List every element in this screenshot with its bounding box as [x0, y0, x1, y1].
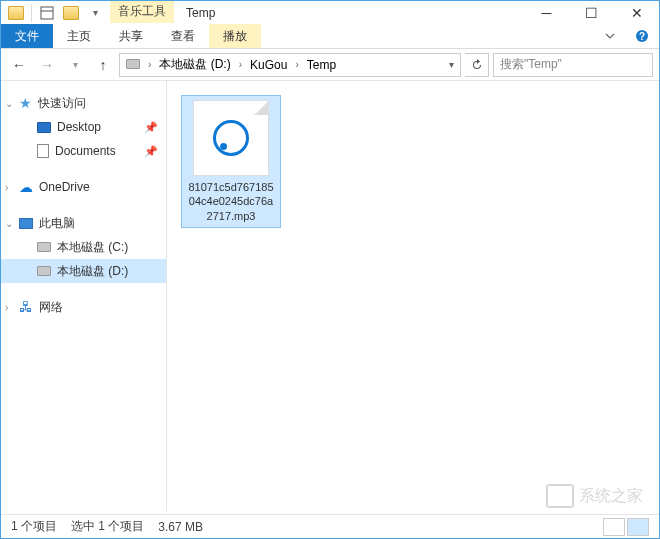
maximize-button[interactable]: ☐: [569, 1, 614, 24]
sidebar-item-label: Documents: [55, 144, 116, 158]
sidebar-item-label: 此电脑: [39, 215, 75, 232]
sidebar-item-label: Desktop: [57, 120, 101, 134]
navigation-pane: ⌄★快速访问 Desktop📌 Documents📌 ›☁OneDrive ⌄此…: [1, 81, 167, 511]
forward-button[interactable]: →: [35, 53, 59, 77]
sidebar-network[interactable]: ›🖧网络: [1, 295, 166, 319]
divider: [31, 4, 32, 22]
desktop-icon: [37, 122, 51, 133]
titlebar: ▾ 音乐工具 Temp ─ ☐ ✕: [1, 1, 659, 24]
sidebar-onedrive[interactable]: ›☁OneDrive: [1, 175, 166, 199]
address-bar: ← → ▾ ↑ › 本地磁盘 (D:) › KuGou › Temp ▾ 搜索"…: [1, 49, 659, 81]
expand-ribbon-icon[interactable]: [595, 24, 625, 48]
context-tab-label: 音乐工具: [110, 0, 174, 25]
close-button[interactable]: ✕: [614, 1, 659, 24]
content-pane[interactable]: 81071c5d76718504c4e0245dc76a2717.mp3: [167, 81, 659, 511]
status-bar: 1 个项目 选中 1 个项目 3.67 MB: [1, 514, 659, 538]
window-controls: ─ ☐ ✕: [524, 1, 659, 24]
tab-home[interactable]: 主页: [53, 24, 105, 48]
onedrive-icon: ☁: [19, 179, 33, 195]
minimize-button[interactable]: ─: [524, 1, 569, 24]
document-icon: [37, 144, 49, 158]
folder-icon[interactable]: [5, 2, 27, 24]
recent-dropdown-icon[interactable]: ▾: [63, 53, 87, 77]
sidebar-documents[interactable]: Documents📌: [1, 139, 166, 163]
back-button[interactable]: ←: [7, 53, 31, 77]
sidebar-this-pc[interactable]: ⌄此电脑: [1, 211, 166, 235]
sidebar-item-label: 网络: [39, 299, 63, 316]
pin-icon: 📌: [144, 121, 158, 134]
sidebar-desktop[interactable]: Desktop📌: [1, 115, 166, 139]
chevron-right-icon[interactable]: ›: [235, 59, 246, 70]
breadcrumb-drive[interactable]: 本地磁盘 (D:): [155, 56, 234, 73]
file-item[interactable]: 81071c5d76718504c4e0245dc76a2717.mp3: [181, 95, 281, 228]
pc-icon: [19, 218, 33, 229]
qat-dropdown-icon[interactable]: ▾: [84, 2, 106, 24]
pin-icon: 📌: [144, 145, 158, 158]
new-folder-icon[interactable]: [60, 2, 82, 24]
drive-icon[interactable]: [122, 58, 144, 72]
sidebar-item-label: 本地磁盘 (D:): [57, 263, 128, 280]
svg-rect-0: [41, 7, 53, 19]
up-button[interactable]: ↑: [91, 53, 115, 77]
sidebar-item-label: 快速访问: [38, 95, 86, 112]
sidebar-drive-c[interactable]: 本地磁盘 (C:): [1, 235, 166, 259]
window-title: Temp: [174, 6, 524, 20]
tab-file[interactable]: 文件: [1, 24, 53, 48]
help-button[interactable]: ?: [625, 24, 659, 48]
refresh-button[interactable]: [465, 53, 489, 77]
tab-view[interactable]: 查看: [157, 24, 209, 48]
ribbon-tabs: 文件 主页 共享 查看 播放 ?: [1, 24, 659, 49]
breadcrumb-folder2[interactable]: Temp: [303, 58, 340, 72]
breadcrumb[interactable]: › 本地磁盘 (D:) › KuGou › Temp ▾: [119, 53, 461, 77]
search-input[interactable]: 搜索"Temp": [493, 53, 653, 77]
sidebar-item-label: OneDrive: [39, 180, 90, 194]
drive-icon: [37, 242, 51, 252]
chevron-right-icon[interactable]: ›: [291, 59, 302, 70]
body: ⌄★快速访问 Desktop📌 Documents📌 ›☁OneDrive ⌄此…: [1, 81, 659, 511]
svg-text:?: ?: [639, 31, 645, 42]
quick-access-toolbar: ▾: [1, 2, 110, 24]
chevron-right-icon[interactable]: ›: [144, 59, 155, 70]
status-size: 3.67 MB: [158, 520, 203, 534]
icons-view-button[interactable]: [627, 518, 649, 536]
sidebar-quick-access[interactable]: ⌄★快速访问: [1, 91, 166, 115]
tab-share[interactable]: 共享: [105, 24, 157, 48]
view-toggle: [603, 518, 649, 536]
status-selection: 选中 1 个项目: [71, 518, 144, 535]
sidebar-drive-d[interactable]: 本地磁盘 (D:): [1, 259, 166, 283]
music-file-icon: [193, 100, 269, 176]
network-icon: 🖧: [19, 299, 33, 315]
breadcrumb-folder1[interactable]: KuGou: [246, 58, 291, 72]
drive-icon: [37, 266, 51, 276]
file-name: 81071c5d76718504c4e0245dc76a2717.mp3: [186, 180, 276, 223]
star-icon: ★: [19, 95, 32, 111]
breadcrumb-dropdown-icon[interactable]: ▾: [445, 59, 458, 70]
status-item-count: 1 个项目: [11, 518, 57, 535]
properties-icon[interactable]: [36, 2, 58, 24]
tab-play[interactable]: 播放: [209, 24, 261, 48]
details-view-button[interactable]: [603, 518, 625, 536]
sidebar-item-label: 本地磁盘 (C:): [57, 239, 128, 256]
